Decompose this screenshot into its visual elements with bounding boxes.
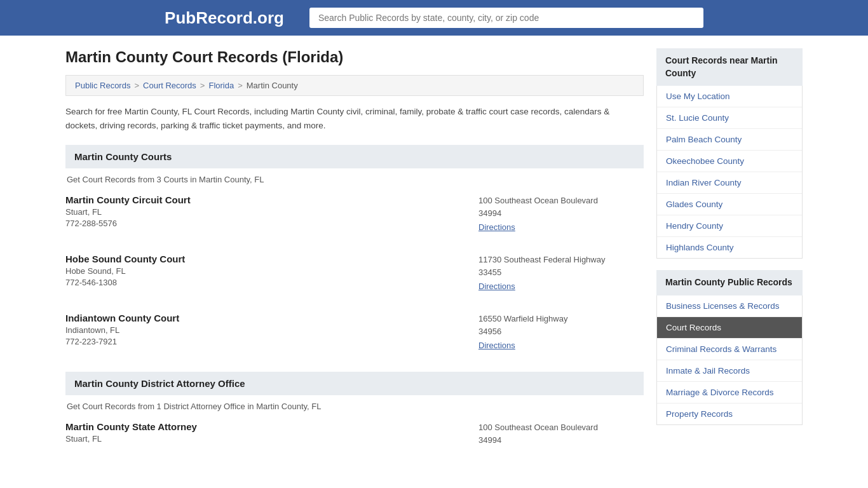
sidebar-item-glades[interactable]: Glades County (657, 194, 802, 215)
court-address-1: 100 Southeast Ocean Boulevard34994 (478, 194, 644, 219)
sidebar-item-palm-beach[interactable]: Palm Beach County (657, 129, 802, 151)
court-directions-3: Directions (478, 340, 644, 350)
breadcrumb-sep-2: > (200, 81, 205, 90)
court-city-3: Indiantown, FL (65, 325, 478, 335)
courts-subtext: Get Court Records from 3 Courts in Marti… (65, 175, 644, 184)
sidebar-item-property-records[interactable]: Property Records (657, 403, 802, 424)
courts-section-header: Martin County Courts (65, 145, 644, 168)
state-attorney-left: Martin County State Attorney Stuart, FL (65, 421, 478, 449)
court-city-2: Hobe Sound, FL (65, 266, 478, 276)
state-attorney-city: Stuart, FL (65, 434, 478, 444)
sidebar-item-st-lucie[interactable]: St. Lucie County (657, 107, 802, 129)
breadcrumb: Public Records > Court Records > Florida… (65, 75, 644, 96)
header: PubRecord.org (0, 0, 868, 36)
court-right-3: 16550 Warfield Highway34956 Directions (478, 313, 644, 350)
court-left-2: Hobe Sound County Court Hobe Sound, FL 7… (65, 254, 478, 291)
court-city-1: Stuart, FL (65, 207, 478, 217)
site-logo[interactable]: PubRecord.org (165, 8, 284, 28)
page-title: Martin County Court Records (Florida) (65, 48, 644, 66)
court-right-2: 11730 Southeast Federal Highway33455 Dir… (478, 254, 644, 291)
court-entry-2: Hobe Sound County Court Hobe Sound, FL 7… (65, 254, 644, 297)
court-entry-3: Indiantown County Court Indiantown, FL 7… (65, 313, 644, 356)
court-phone-3: 772-223-7921 (65, 337, 478, 346)
sidebar-pubrecords-title: Martin County Public Records (656, 270, 803, 295)
directions-link-2[interactable]: Directions (478, 281, 515, 291)
court-directions-2: Directions (478, 281, 644, 291)
court-name-3: Indiantown County Court (65, 313, 478, 323)
court-name-2: Hobe Sound County Court (65, 254, 478, 264)
breadcrumb-court-records[interactable]: Court Records (143, 81, 196, 90)
state-attorney-address: 100 Southeast Ocean Boulevard34994 (478, 421, 644, 446)
sidebar-item-inmate-jail[interactable]: Inmate & Jail Records (657, 360, 802, 382)
court-left-1: Martin County Circuit Court Stuart, FL 7… (65, 194, 478, 232)
sidebar-item-criminal-records[interactable]: Criminal Records & Warrants (657, 339, 802, 360)
sidebar-item-court-records[interactable]: Court Records (657, 317, 802, 339)
court-phone-2: 772-546-1308 (65, 278, 478, 287)
court-address-2: 11730 Southeast Federal Highway33455 (478, 254, 644, 278)
district-section-header: Martin County District Attorney Office (65, 372, 644, 395)
court-address-3: 16550 Warfield Highway34956 (478, 313, 644, 337)
search-input[interactable] (309, 8, 703, 28)
court-right-1: 100 Southeast Ocean Boulevard34994 Direc… (478, 194, 644, 232)
page-description: Search for free Martin County, FL Court … (65, 105, 644, 132)
sidebar-nearby-title: Court Records near Martin County (656, 48, 803, 86)
breadcrumb-martin-county: Martin County (247, 81, 298, 90)
sidebar-pubrecords-list: Business Licenses & Records Court Record… (656, 295, 803, 425)
breadcrumb-public-records[interactable]: Public Records (75, 81, 130, 90)
sidebar-item-business-licenses[interactable]: Business Licenses & Records (657, 295, 802, 317)
sidebar-item-marriage-divorce[interactable]: Marriage & Divorce Records (657, 382, 802, 403)
court-entry-1: Martin County Circuit Court Stuart, FL 7… (65, 194, 644, 238)
court-left-3: Indiantown County Court Indiantown, FL 7… (65, 313, 478, 350)
state-attorney-name: Martin County State Attorney (65, 421, 478, 432)
content-area: Martin County Court Records (Florida) Pu… (65, 48, 644, 470)
district-subtext: Get Court Records from 1 District Attorn… (65, 402, 644, 411)
breadcrumb-florida[interactable]: Florida (208, 81, 234, 90)
court-directions-1: Directions (478, 222, 644, 232)
directions-link-1[interactable]: Directions (478, 222, 515, 232)
sidebar-item-highlands[interactable]: Highlands County (657, 237, 802, 258)
sidebar-item-okeechobee[interactable]: Okeechobee County (657, 151, 802, 172)
breadcrumb-sep-1: > (134, 81, 139, 90)
main-layout: Martin County Court Records (Florida) Pu… (53, 36, 815, 483)
sidebar-item-use-location[interactable]: Use My Location (657, 86, 802, 107)
court-name-1: Martin County Circuit Court (65, 194, 478, 205)
sidebar: Court Records near Martin County Use My … (656, 48, 803, 470)
state-attorney-right: 100 Southeast Ocean Boulevard34994 (478, 421, 644, 449)
state-attorney-entry: Martin County State Attorney Stuart, FL … (65, 421, 644, 455)
directions-link-3[interactable]: Directions (478, 341, 515, 350)
breadcrumb-sep-3: > (238, 81, 243, 90)
sidebar-nearby-list: Use My Location St. Lucie County Palm Be… (656, 86, 803, 259)
court-phone-1: 772-288-5576 (65, 219, 478, 228)
sidebar-item-indian-river[interactable]: Indian River County (657, 172, 802, 194)
sidebar-item-hendry[interactable]: Hendry County (657, 215, 802, 237)
